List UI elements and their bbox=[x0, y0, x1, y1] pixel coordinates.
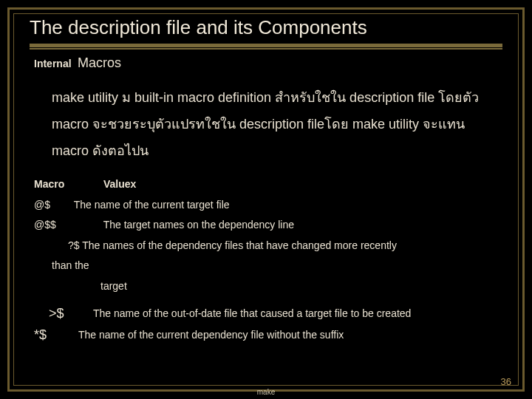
macro-name: @$$ bbox=[34, 218, 100, 233]
table-row: ?$ The names of the dependency files tha… bbox=[68, 239, 502, 253]
macro-desc: The names of the dependency files that h… bbox=[82, 239, 397, 251]
table-header: Macro Valuex bbox=[34, 177, 502, 192]
macro-desc: The name of the current dependency file … bbox=[78, 326, 502, 344]
macro-desc: The name of the out-of-date file that ca… bbox=[93, 304, 502, 323]
subhead-main: Macros bbox=[78, 55, 121, 70]
table-row: *$ The name of the current dependency fi… bbox=[34, 326, 502, 344]
page-number: 36 bbox=[501, 376, 511, 387]
macro-name: @$ bbox=[34, 198, 71, 213]
table-row-cont: than the bbox=[52, 259, 502, 273]
page-title: The description file and its Components bbox=[30, 16, 502, 39]
col-value: Valuex bbox=[103, 178, 136, 190]
table-row: @$ The name of the current target file bbox=[34, 198, 502, 213]
footer-label: make bbox=[0, 388, 532, 396]
macro-name: *$ bbox=[34, 326, 78, 344]
col-macro: Macro bbox=[34, 177, 100, 192]
macro-name: ?$ bbox=[68, 239, 80, 251]
macro-desc: The target names on the dependency line bbox=[103, 219, 294, 231]
macro-name: >$ bbox=[49, 304, 93, 323]
macro-desc: The name of the current target file bbox=[74, 199, 230, 211]
subhead-prefix: Internal bbox=[34, 58, 72, 69]
table-row: >$ The name of the out-of-date file that… bbox=[49, 304, 502, 323]
divider-thick bbox=[30, 44, 502, 47]
table-row-cont: target bbox=[100, 279, 502, 294]
table-row: @$$ The target names on the dependency l… bbox=[34, 218, 502, 233]
subheading: Internal Macros bbox=[34, 55, 502, 71]
macro-table: Macro Valuex @$ The name of the current … bbox=[34, 177, 502, 344]
divider-thin bbox=[30, 48, 502, 50]
body-paragraph: make utility ม built-in macro definition… bbox=[52, 84, 495, 164]
slide-content: The description file and its Components … bbox=[30, 16, 502, 383]
